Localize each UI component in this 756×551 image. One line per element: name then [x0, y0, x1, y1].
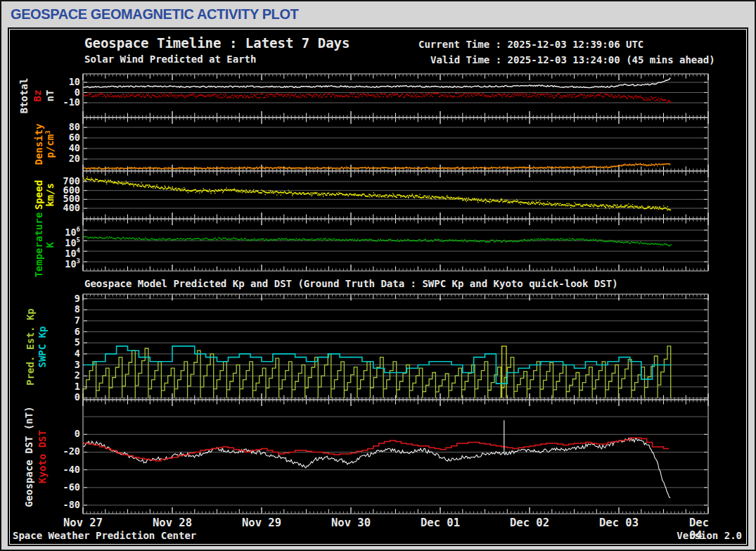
x-axis-label: Nov 28: [153, 517, 192, 529]
y-tick-label: 9: [31, 293, 80, 303]
geospace-chart: [10, 30, 746, 544]
y-axis-label: km/s: [44, 183, 56, 207]
y-axis-label: Pred. Est. Kp: [25, 308, 36, 386]
x-axis-label: Dec 03: [599, 517, 639, 529]
panel-frame: [83, 171, 708, 219]
y-axis-label: Density: [33, 123, 44, 165]
y-tick-label: -80: [31, 500, 80, 509]
y-tick-label: 1: [31, 381, 80, 391]
y-tick-label: 2: [31, 370, 80, 380]
x-axis-label: Dec 01: [421, 517, 460, 529]
series-temperature: [83, 236, 672, 246]
geospace-plot-image: Geospace Timeline : Latest 7 Days Solar …: [10, 30, 746, 544]
series-Bz: [83, 93, 671, 103]
y-axis-label: Speed: [33, 180, 44, 210]
y-axis-label: Bz: [32, 90, 43, 102]
panel-frame: [83, 219, 708, 271]
y-tick-label: 7: [31, 315, 80, 325]
y-axis-label: SWPC Kp: [37, 326, 48, 367]
y-axis-label: Btotal: [18, 78, 30, 114]
geospace-activity-page: GEOSPACE GEOMAGNETIC ACTIVITY PLOT Geosp…: [0, 0, 756, 551]
series-Btotal: [83, 78, 670, 88]
page-title: GEOSPACE GEOMAGNETIC ACTIVITY PLOT: [11, 6, 298, 23]
y-axis-label: Geospace DST (nT): [23, 406, 34, 507]
y-axis-label: Kyoto DST: [37, 430, 48, 483]
y-tick-label: 0: [31, 392, 80, 402]
x-axis-label: Nov 30: [331, 517, 371, 529]
y-axis-label: K: [44, 242, 56, 248]
x-axis-label: Dec 04: [689, 517, 727, 542]
footer-source: Space Weather Prediction Center: [13, 530, 196, 541]
y-axis-label: p/cm3: [44, 130, 56, 158]
x-axis-label: Nov 27: [63, 517, 103, 529]
plot-frame: Geospace Timeline : Latest 7 Days Solar …: [8, 27, 748, 546]
y-axis-label: Temperature: [33, 213, 44, 278]
y-tick-label: 10: [31, 77, 80, 87]
x-axis-label: Dec 02: [510, 517, 549, 529]
y-axis-label: nT: [44, 90, 56, 102]
y-tick-label: 8: [31, 304, 80, 314]
panel-frame: [83, 118, 708, 171]
series-geospace-dst: [83, 438, 670, 498]
series-density-line: [83, 164, 670, 169]
page-header: GEOSPACE GEOMAGNETIC ACTIVITY PLOT: [1, 1, 755, 27]
x-axis-label: Nov 29: [242, 517, 281, 529]
